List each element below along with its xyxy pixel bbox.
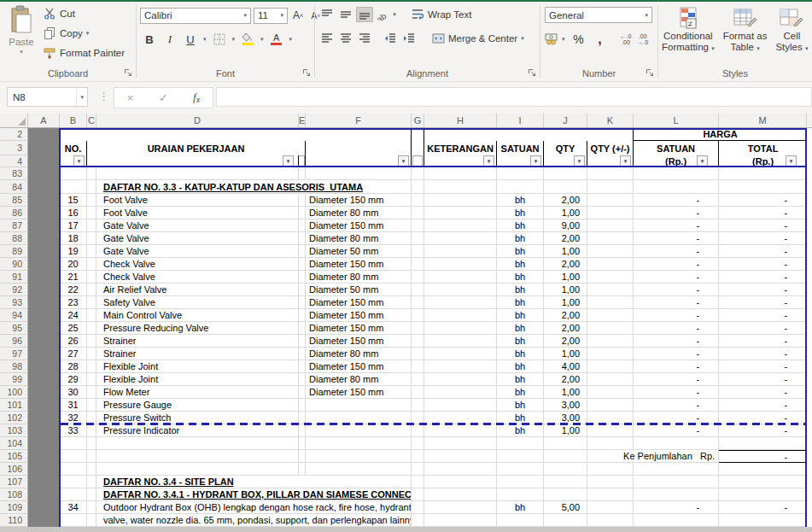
harga-satuan-cell[interactable]: - [634,501,719,514]
keterangan-cell[interactable]: Diameter 50 mm [306,284,412,296]
cell[interactable] [424,309,497,322]
conditional-formatting-button[interactable]: ≠ Conditional Formatting ▾ [662,7,715,54]
cell[interactable] [497,180,544,194]
row-header[interactable]: 105 [0,450,28,463]
row-header[interactable]: 86 [0,207,28,219]
cell[interactable] [412,437,424,450]
cell[interactable] [424,488,497,501]
underline-button[interactable]: U [183,31,198,48]
uraian-cell[interactable]: Pressure Switch [96,412,299,424]
keterangan-cell[interactable]: Diameter 150 mm [306,219,412,232]
row-header[interactable]: 110 [0,514,28,527]
cell[interactable] [424,284,497,296]
no-cell[interactable]: 21 [60,271,87,284]
qty-cell[interactable]: 1,00 [544,424,587,437]
cell[interactable] [412,373,424,386]
cell[interactable] [587,219,634,232]
filter-dropdown-icon[interactable]: ▾ [697,155,708,167]
cell[interactable] [497,488,544,501]
cell[interactable] [28,284,60,296]
satuan-cell[interactable]: bh [497,412,544,424]
cell[interactable] [587,309,634,322]
no-cell[interactable]: 34 [60,501,87,514]
harga-satuan-rp-cell[interactable]: (Rp.)▾ [634,155,719,167]
alignment-dialog-launcher-icon[interactable] [528,68,537,78]
qty-cell[interactable]: 3,00 [544,412,587,424]
satuan-cell[interactable]: bh [497,309,544,322]
keterangan-cell[interactable]: Diameter 150 mm [306,322,412,335]
cell[interactable] [412,128,424,141]
uraian-cell[interactable]: Flow Meter [96,386,299,399]
harga-total-cell[interactable]: - [719,309,807,322]
copy-button[interactable]: Copy ▾ [43,26,125,40]
cell[interactable]: ▾ [544,155,587,167]
cell[interactable] [424,258,497,271]
cell[interactable] [424,207,497,219]
cell[interactable] [299,232,306,245]
cell[interactable] [412,488,424,501]
cell[interactable] [299,386,306,399]
keterangan-cell[interactable] [306,424,412,437]
uraian-cell[interactable]: Flexible Joint [96,360,299,373]
cell[interactable] [424,271,497,284]
harga-total-cell[interactable]: - [719,399,807,412]
qty-cell[interactable] [544,463,587,476]
select-all-corner[interactable] [0,114,28,127]
keterangan-header-cell[interactable]: KETERANGAN [424,141,497,155]
cell[interactable] [587,399,634,412]
harga-satuan-cell[interactable]: - [634,399,719,412]
no-cell[interactable]: 33 [60,424,87,437]
filter-box-icon[interactable] [299,155,305,167]
cell[interactable] [587,488,634,501]
satuan-cell[interactable]: bh [497,219,544,232]
row-header[interactable]: 93 [0,296,28,309]
cell[interactable] [28,348,60,360]
cell[interactable] [299,194,306,207]
cell[interactable] [634,488,719,501]
cell[interactable] [28,424,60,437]
cancel-button[interactable]: × [127,91,134,104]
harga-total-header-cell[interactable]: TOTAL [719,141,807,155]
cell[interactable] [587,476,634,488]
cell[interactable] [299,424,306,437]
harga-total-cell[interactable]: - [719,373,807,386]
no-cell[interactable]: 30 [60,386,87,399]
cell[interactable] [587,424,634,437]
row-header[interactable]: 89 [0,245,28,258]
harga-satuan-cell[interactable]: - [634,245,719,258]
cell[interactable] [424,322,497,335]
row-header[interactable]: 91 [0,271,28,284]
harga-satuan-cell[interactable]: - [634,219,719,232]
row-header[interactable]: 88 [0,232,28,245]
borders-button[interactable] [212,31,227,48]
cell[interactable] [424,412,497,424]
cell[interactable] [299,450,306,463]
qty-pm-header-cell[interactable]: QTY (+/-) [587,141,634,155]
cell[interactable] [497,450,544,463]
satuan-cell[interactable]: bh [497,360,544,373]
qty-cell[interactable]: 2,00 [544,258,587,271]
insert-function-button[interactable]: fx [193,91,200,104]
harga-total-cell[interactable] [719,437,807,450]
cell[interactable] [299,258,306,271]
cell[interactable] [412,412,424,424]
cell[interactable] [87,450,96,463]
uraian-cell[interactable]: valve, water nozzle dia. 65 mm, pondasi,… [96,514,412,527]
filter-dropdown-icon[interactable]: ▾ [73,155,85,167]
cell[interactable] [587,245,634,258]
cell[interactable] [87,348,96,360]
cell[interactable] [424,476,497,488]
row-header[interactable]: 85 [0,194,28,207]
satuan-cell[interactable]: bh [497,335,544,348]
harga-satuan-cell[interactable]: - [634,284,719,296]
harga-total-cell[interactable]: - [719,258,807,271]
keterangan-cell[interactable]: Diameter 150 mm [306,296,412,309]
copy-dropdown-arrow[interactable]: ▾ [86,27,90,39]
column-header-I[interactable]: I [497,114,544,127]
cell[interactable] [28,245,60,258]
keterangan-cell[interactable]: Diameter 150 mm [306,360,412,373]
qty-cell[interactable]: 1,00 [544,386,587,399]
harga-total-cell[interactable]: - [719,296,807,309]
no-cell[interactable]: 28 [60,360,87,373]
cell[interactable] [299,463,306,476]
